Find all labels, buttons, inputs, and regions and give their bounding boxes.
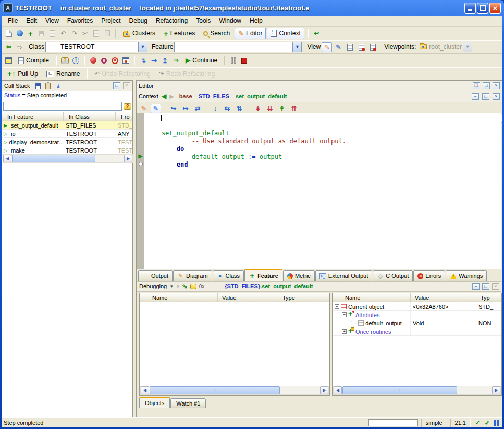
editor-restore-icon[interactable]: ❏ <box>473 82 480 89</box>
call-stack-maximize-icon[interactable]: □ <box>113 82 120 89</box>
tab-output[interactable]: Output <box>138 270 173 281</box>
stop-icon[interactable] <box>239 56 249 65</box>
menu-item-edit[interactable]: Edit <box>22 16 41 26</box>
editor-close-icon[interactable]: × <box>493 82 500 89</box>
compile-button[interactable]: Compile <box>15 55 53 66</box>
editor-maximize-icon[interactable]: □ <box>483 82 490 89</box>
tab-warnings[interactable]: Warnings <box>446 270 487 281</box>
feature-combo-arrow-icon[interactable]: ▼ <box>292 42 301 52</box>
context-crumb-std_files[interactable]: STD_FILES <box>199 93 229 99</box>
scroll-right-icon[interactable]: ▶ <box>320 386 328 394</box>
import-stack-icon[interactable]: ⤓ <box>55 81 63 91</box>
menu-item-help[interactable]: Help <box>245 16 267 26</box>
flat-contracts-view-icon[interactable]: ⇅ <box>234 104 244 113</box>
pull-up-button[interactable]: +↑ Pull Up <box>4 68 42 80</box>
edit-feature-icon[interactable]: ✎ <box>139 104 149 113</box>
menu-item-tools[interactable]: Tools <box>192 16 215 26</box>
close-button[interactable] <box>489 3 501 14</box>
callees-icon[interactable]: ⇊ <box>265 104 275 113</box>
step-out-icon[interactable]: ↥ <box>160 56 170 65</box>
context-minimize-icon[interactable]: − <box>472 93 479 100</box>
collapse-toggle-icon[interactable]: − <box>335 304 339 309</box>
features-button[interactable]: + Features <box>160 28 199 39</box>
class-combo-arrow-icon[interactable]: ▼ <box>138 42 147 52</box>
context-crumb-set_output_default[interactable]: set_output_default <box>236 93 287 99</box>
expand-toggle-icon[interactable]: + <box>342 329 347 334</box>
run-to-cursor-icon[interactable]: ⇒ <box>171 56 181 65</box>
menu-item-window[interactable]: Window <box>215 16 245 26</box>
debug-run-icon[interactable] <box>88 56 98 65</box>
rename-button[interactable]: I.. Rename <box>43 68 83 80</box>
tab-errors[interactable]: Errors <box>413 270 445 281</box>
tab-feature[interactable]: Feature <box>244 269 282 281</box>
watch-table-hscrollbar[interactable]: ◀ ▶ <box>140 386 329 395</box>
continue-button[interactable]: ▶ Continue <box>182 55 221 66</box>
evaluate-icon[interactable]: ⇘ <box>182 283 188 290</box>
scroll-right-icon[interactable]: ▶ <box>124 155 132 162</box>
copy-stack-icon[interactable] <box>44 81 52 91</box>
debugging-maximize-icon[interactable]: □ <box>482 283 489 290</box>
menu-item-debug[interactable]: Debug <box>125 16 152 26</box>
hex-toggle[interactable]: 0x <box>199 284 205 289</box>
stack-question-icon[interactable]: ? <box>124 103 131 110</box>
tab-watch-1[interactable]: Watch #1 <box>170 398 206 408</box>
objects-table-hscrollbar[interactable]: ◀ ▶ <box>333 386 501 395</box>
tool-windows-icon[interactable] <box>4 56 14 65</box>
send-to-tool-icon[interactable]: ↩ <box>312 29 322 38</box>
class-combo[interactable]: TESTROOT ▼ <box>45 42 147 52</box>
scroll-left-icon[interactable]: ◀ <box>3 155 11 162</box>
breakpoints-window-icon[interactable] <box>121 56 131 65</box>
object-tree-row[interactable]: +Once routines <box>333 327 501 336</box>
view-contract-icon[interactable] <box>356 42 366 52</box>
view-editor-icon[interactable]: ✎ <box>322 42 332 52</box>
minimize-button[interactable] <box>464 3 476 14</box>
pause-icon[interactable] <box>228 56 238 65</box>
context-crumb-base[interactable]: base <box>179 93 192 99</box>
tab-class[interactable]: Class <box>213 270 244 281</box>
debug-run-ignore-icon[interactable] <box>99 56 109 65</box>
breakpoint-slot-icon[interactable] <box>139 162 143 166</box>
context-toggle-button[interactable]: Context <box>267 28 304 39</box>
debugging-menu-arrow-icon[interactable]: ▼ <box>169 284 174 289</box>
history-back-icon[interactable]: ⇦ <box>4 42 14 52</box>
call-stack-row[interactable]: ▷display_demonstrat...TESTROOTTEST <box>2 138 132 146</box>
call-stack-row[interactable]: ▶set_output_defaultSTD_FILESSTD_ <box>2 121 132 130</box>
tab-external-output[interactable]: External Output <box>315 270 372 281</box>
clickable-view-icon[interactable]: ↦ <box>180 104 191 113</box>
contracts-view-icon[interactable]: ↕ <box>210 104 220 113</box>
descendants-icon[interactable]: ⇈ <box>289 104 299 113</box>
info-icon[interactable]: i <box>71 56 81 65</box>
call-stack-hscrollbar[interactable]: ◀ ▶ <box>3 154 133 163</box>
help-wizard-icon[interactable]: ? <box>60 56 70 65</box>
object-tree-row[interactable]: └─default_outputVoidNON <box>333 319 501 327</box>
object-tree-row[interactable]: −Current object<0x32A8760>STD_ <box>333 302 501 311</box>
debugging-minimize-icon[interactable]: − <box>472 283 480 290</box>
callers-icon[interactable]: ↡ <box>253 104 263 113</box>
editor-gutter[interactable]: ▶ <box>137 113 144 269</box>
maximize-button[interactable] <box>477 3 488 14</box>
hint-bubble-icon[interactable] <box>190 284 196 289</box>
interface-view-icon[interactable]: ⇆ <box>222 104 232 113</box>
context-back-icon[interactable]: ◀ <box>162 93 166 100</box>
code-text[interactable]: set_output_default -- Use standard outpu… <box>144 113 501 269</box>
menu-item-view[interactable]: View <box>41 16 63 26</box>
context-maximize-icon[interactable]: □ <box>482 93 489 100</box>
scroll-right-icon[interactable]: ▶ <box>492 386 500 394</box>
scroll-left-icon[interactable]: ◀ <box>141 386 149 394</box>
context-close-icon[interactable]: × <box>493 93 500 100</box>
call-stack-row[interactable]: ▷makeTESTROOTTEST <box>2 146 132 155</box>
flat-view-icon[interactable]: ⇄ <box>192 104 203 113</box>
menu-item-project[interactable]: Project <box>97 16 125 26</box>
search-button[interactable]: Search <box>200 28 233 39</box>
tab-metric[interactable]: Metric <box>283 270 315 281</box>
tab-diagram[interactable]: Diagram <box>173 270 212 281</box>
step-into-icon[interactable]: ↴ <box>138 56 148 65</box>
view-interface-icon[interactable] <box>367 42 378 52</box>
menu-item-file[interactable]: File <box>4 16 22 26</box>
new-feature-icon[interactable]: ✎ <box>151 104 161 113</box>
step-over-icon[interactable]: ⇝ <box>149 56 159 65</box>
ancestors-icon[interactable]: ↟ <box>277 104 287 113</box>
new-document-icon[interactable] <box>4 29 14 38</box>
collapse-toggle-icon[interactable]: − <box>342 312 347 317</box>
open-icon[interactable] <box>15 29 24 38</box>
